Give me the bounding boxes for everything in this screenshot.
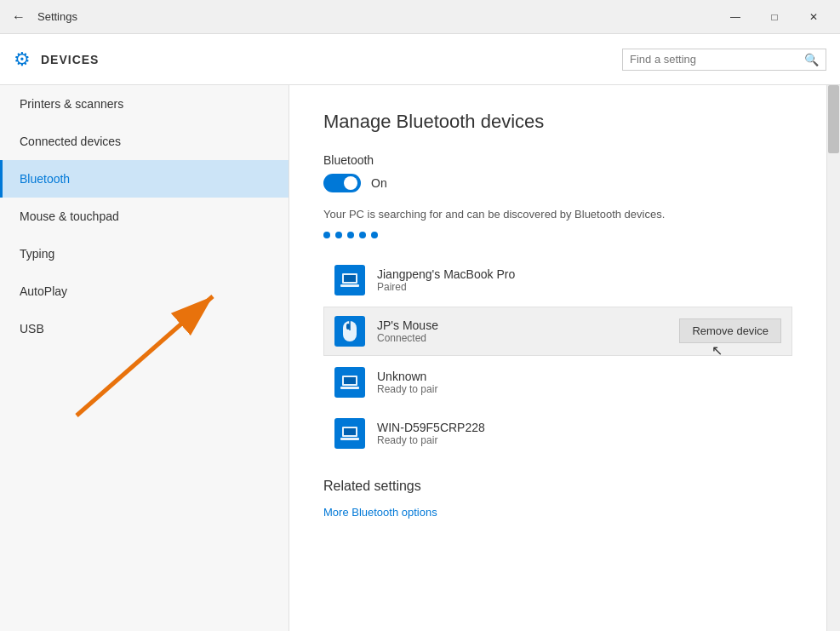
header: ⚙ DEVICES 🔍 [0,34,840,85]
more-bluetooth-link[interactable]: More Bluetooth options [323,506,437,519]
search-input[interactable] [630,53,804,66]
minimize-button[interactable]: — [716,0,755,34]
toggle-state-label: On [371,176,387,190]
laptop-icon-3 [340,426,359,441]
sidebar-item-connected[interactable]: Connected devices [0,123,289,160]
sidebar-item-usb[interactable]: USB [0,310,289,347]
sidebar-item-typing[interactable]: Typing [0,235,289,272]
device-mouse[interactable]: JP's Mouse Connected Remove device [323,307,792,356]
bluetooth-toggle[interactable] [323,174,361,192]
searching-dots [323,232,792,238]
device-win[interactable]: WIN-D59F5CRP228 Ready to pair [323,409,792,458]
device-name-mouse: JP's Mouse [377,318,679,332]
svg-rect-7 [346,324,350,330]
device-unknown[interactable]: Unknown Ready to pair [323,358,792,407]
laptop-icon-2 [340,375,359,390]
svg-rect-4 [340,284,359,287]
device-name-macbook: Jiangpeng's MacBook Pro [377,267,781,281]
header-title: DEVICES [41,53,622,66]
search-icon: 🔍 [804,53,819,66]
main-layout: Printers & scanners Connected devices Bl… [0,85,840,631]
device-info-unknown: Unknown Ready to pair [377,370,781,395]
device-macbook[interactable]: Jiangpeng's MacBook Pro Paired [323,255,792,305]
device-status-win: Ready to pair [377,434,781,446]
dot-2 [335,232,342,238]
device-status-unknown: Ready to pair [377,383,781,395]
window-title: Settings [37,10,716,23]
device-status-mouse: Connected [377,332,679,344]
searching-text: Your PC is searching for and can be disc… [323,206,792,223]
sidebar: Printers & scanners Connected devices Bl… [0,85,289,631]
dot-4 [359,232,366,238]
device-info-mouse: JP's Mouse Connected [377,318,679,344]
window-controls: — □ ✕ [716,0,833,34]
search-box[interactable]: 🔍 [622,49,826,71]
scrollbar[interactable] [826,85,840,631]
dot-3 [347,232,354,238]
sidebar-item-bluetooth[interactable]: Bluetooth [0,160,289,198]
toggle-thumb [344,176,357,190]
maximize-button[interactable]: □ [755,0,794,34]
page-title: Manage Bluetooth devices [323,111,792,133]
device-icon-macbook [334,265,365,295]
device-icon-unknown [334,367,365,398]
main-panel: Manage Bluetooth devices Bluetooth On Yo… [289,85,826,631]
dot-5 [371,232,378,238]
close-button[interactable]: ✕ [794,0,833,34]
mouse-icon [342,320,357,342]
svg-rect-9 [344,377,356,384]
titlebar: ← Settings — □ ✕ [0,0,840,34]
device-name-win: WIN-D59F5CRP228 [377,421,781,434]
toggle-track [323,174,361,192]
svg-rect-13 [340,438,359,440]
scroll-thumb[interactable] [828,85,839,153]
sidebar-item-mouse[interactable]: Mouse & touchpad [0,198,289,235]
laptop-icon [340,272,359,288]
device-icon-win [334,418,365,449]
remove-device-button[interactable]: Remove device [679,318,781,343]
related-settings-title: Related settings [323,479,792,494]
back-button[interactable]: ← [7,5,31,29]
gear-icon: ⚙ [14,49,31,71]
sidebar-item-printers[interactable]: Printers & scanners [0,85,289,123]
app-window: ⚙ DEVICES 🔍 Printers & scanners Connecte… [0,34,840,631]
svg-rect-10 [340,387,359,389]
bluetooth-label: Bluetooth [323,153,792,167]
sidebar-item-autoplay[interactable]: AutoPlay [0,272,289,310]
bluetooth-toggle-row: On [323,174,792,192]
device-name-unknown: Unknown [377,370,781,383]
device-status-macbook: Paired [377,281,781,293]
dot-1 [323,232,330,238]
svg-rect-12 [344,428,356,435]
svg-rect-3 [344,275,356,282]
device-icon-mouse [334,316,365,347]
device-info-macbook: Jiangpeng's MacBook Pro Paired [377,267,781,293]
device-info-win: WIN-D59F5CRP228 Ready to pair [377,421,781,446]
